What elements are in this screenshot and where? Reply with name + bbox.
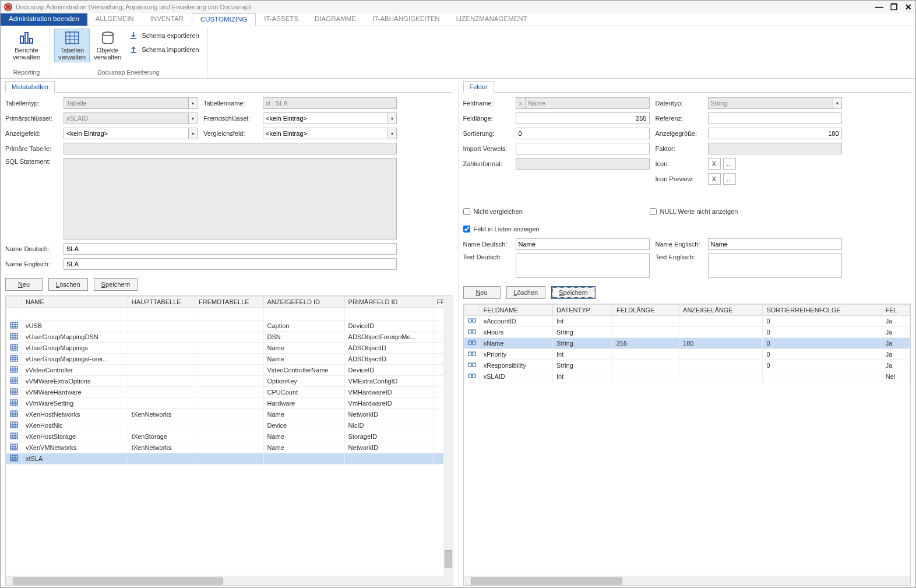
lbl-anzeigegroesse: Anzeigegröße: <box>656 130 702 137</box>
menu-allgemein[interactable]: ALLGEMEIN <box>87 13 142 26</box>
chevron-down-icon[interactable]: ▾ <box>833 97 842 109</box>
table-row[interactable]: vVmWareSettingHardwareVmHardwareID <box>6 398 453 409</box>
col-primaer[interactable]: PRIMÄRFELD ID <box>344 297 433 308</box>
r-text-deutsch-field[interactable] <box>516 253 650 278</box>
col-sortier[interactable]: SORTIERREIHENFOLGE <box>763 305 882 316</box>
anzeigegroesse-field[interactable] <box>708 128 842 139</box>
menu-it-assets[interactable]: IT-ASSETS <box>256 13 306 26</box>
schema-export-button[interactable]: Schema exportieren <box>125 30 202 41</box>
col-anzeige[interactable]: ANZEIGEFELD ID <box>263 297 344 308</box>
tabellen-verwalten-button[interactable]: Tabellen verwalten <box>54 29 90 62</box>
left-neu-button[interactable]: Neu <box>5 278 43 291</box>
svg-rect-78 <box>473 330 475 333</box>
table-row[interactable]: vXenHostNicDeviceNicID <box>6 420 453 431</box>
chevron-down-icon[interactable]: ▾ <box>189 97 198 109</box>
left-v-scrollbar[interactable] <box>443 296 453 576</box>
maximize-button[interactable]: ❐ <box>890 2 898 12</box>
left-h-scrollbar[interactable] <box>6 576 453 585</box>
vergleichsfeld-field[interactable] <box>263 128 388 139</box>
close-button[interactable]: ✕ <box>905 2 912 12</box>
berichte-verwalten-button[interactable]: Berichte verwalten <box>9 29 44 62</box>
database-icon <box>100 30 116 45</box>
referenz-field[interactable] <box>708 112 842 124</box>
svg-rect-44 <box>10 400 17 406</box>
sortierung-field[interactable] <box>516 128 650 139</box>
table-row[interactable]: vUserGroupMappingsForei...NameADSObjectI… <box>6 354 453 365</box>
right-h-scrollbar[interactable] <box>464 576 911 585</box>
chk-null-werte[interactable]: NULL Werte nicht anzeigen <box>650 208 911 215</box>
table-row[interactable]: xAccountIDInt0Ja <box>464 316 910 327</box>
menu-customizing[interactable]: CUSTOMIZING <box>192 13 256 26</box>
col-haupt[interactable]: HAUPTTABELLE <box>128 297 195 308</box>
name-englisch-field[interactable] <box>64 258 397 270</box>
menu-admin-beenden[interactable]: Administration beenden <box>1 13 87 26</box>
field-icon <box>468 372 476 379</box>
col-feldlaenge[interactable]: FELDLÄNGE <box>613 305 679 316</box>
table-row[interactable]: vXenHostStoragetXenStorageNameStorageID <box>6 431 453 442</box>
anzeigefeld-field[interactable] <box>64 128 189 139</box>
schema-import-button[interactable]: Schema importieren <box>125 44 202 55</box>
menu-diagramme[interactable]: DIAGRAMME <box>306 13 364 26</box>
chk-nicht-vergleichen[interactable]: Nicht vergleichen <box>463 208 644 215</box>
table-row[interactable]: xPriorityInt0Ja <box>464 349 910 360</box>
iconpreview-browse-button[interactable]: ... <box>723 173 736 185</box>
chevron-down-icon[interactable]: ▾ <box>189 128 198 139</box>
fremdschl-field[interactable] <box>263 112 388 124</box>
left-speichern-button[interactable]: Speichern <box>94 278 138 291</box>
r-text-englisch-field[interactable] <box>708 253 842 278</box>
right-neu-button[interactable]: Neu <box>463 286 501 299</box>
col-fremd[interactable]: FREMDTABELLE <box>195 297 263 308</box>
chk-feld-listen[interactable]: Feld in Listen anzeigen <box>463 226 911 233</box>
lbl-iconpreview: Icon Preview: <box>656 175 702 182</box>
menu-inventar[interactable]: INVENTAR <box>142 13 192 26</box>
minimize-button[interactable]: — <box>875 2 883 12</box>
chevron-down-icon[interactable]: ▾ <box>388 128 397 139</box>
table-row[interactable]: vUserGroupMappingsNameADSObjectID <box>6 343 453 354</box>
field-icon <box>468 361 476 368</box>
feldname-field[interactable] <box>525 97 649 109</box>
col-name[interactable]: NAME <box>22 297 128 308</box>
right-grid[interactable]: FELDNAME DATENTYP FELDLÄNGE ANZEIGELÄNGE… <box>463 304 911 586</box>
tab-felder[interactable]: Felder <box>463 81 494 93</box>
right-loeschen-button[interactable]: Löschen <box>506 286 546 299</box>
col-feldname[interactable]: FELDNAME <box>480 305 553 316</box>
col-anzeigelaenge[interactable]: ANZEIGELÄNGE <box>679 305 763 316</box>
menu-it-abh[interactable]: IT-ABHÄNGIGKEITEN <box>364 13 448 26</box>
table-row[interactable]: xSLAIDIntNei <box>464 371 910 382</box>
right-speichern-button[interactable]: Speichern <box>551 286 596 299</box>
col-fel[interactable]: FEL <box>882 305 910 316</box>
left-grid[interactable]: NAME HAUPTTABELLE FREMDTABELLE ANZEIGEFE… <box>5 295 453 586</box>
feldlaenge-field[interactable] <box>516 112 650 124</box>
tabellenname-field[interactable] <box>273 97 397 109</box>
table-row[interactable]: vVMWareHardwareCPUCountVMHardwareID <box>6 387 453 398</box>
table-row[interactable]: xNameString2551800Ja <box>464 338 910 349</box>
table-row[interactable]: vUSBCaptionDeviceID <box>6 321 453 332</box>
table-row[interactable]: vXenVMNetworkstXenNetworksNameNetworkID <box>6 442 453 453</box>
icon-clear-button[interactable]: X <box>708 158 721 170</box>
table-row[interactable]: vVideoControllerVideoControllerNameDevic… <box>6 365 453 376</box>
col-datentyp[interactable]: DATENTYP <box>553 305 613 316</box>
name-deutsch-field[interactable] <box>64 243 397 255</box>
chevron-down-icon[interactable]: ▾ <box>189 112 198 124</box>
r-name-deutsch-field[interactable] <box>516 238 650 250</box>
chevron-down-icon[interactable]: ▾ <box>388 112 397 124</box>
svg-rect-34 <box>10 378 17 383</box>
icon-browse-button[interactable]: ... <box>723 158 736 170</box>
table-row[interactable]: xHoursString0Ja <box>464 327 910 338</box>
iconpreview-clear-button[interactable]: X <box>708 173 721 185</box>
table-row[interactable]: xResponsibilityString0Ja <box>464 360 910 371</box>
tab-metatabellen[interactable]: Metatabellen <box>5 81 55 93</box>
lbl-importverweis: Import Verweis: <box>463 145 510 152</box>
importverweis-field[interactable] <box>516 143 650 154</box>
table-row[interactable]: vVMWareExtraOptionsOptionKeyVMExtraConfi… <box>6 376 453 387</box>
menu-lizenz[interactable]: LIZENZMANAGEMENT <box>448 13 535 26</box>
table-row[interactable]: vUserGroupMappingDSNDSNADSObjectForeignM… <box>6 332 453 343</box>
field-icon <box>468 328 476 335</box>
left-loeschen-button[interactable]: Löschen <box>48 278 88 291</box>
table-row[interactable]: vXenHostNetworkstXenNetworksNameNetworkI… <box>6 409 453 420</box>
field-icon <box>468 339 476 346</box>
r-name-englisch-field[interactable] <box>708 238 842 250</box>
export-label: Schema exportieren <box>142 32 199 39</box>
table-row[interactable]: xtSLA <box>6 453 453 464</box>
objekte-verwalten-button[interactable]: Objekte verwalten <box>90 29 125 62</box>
